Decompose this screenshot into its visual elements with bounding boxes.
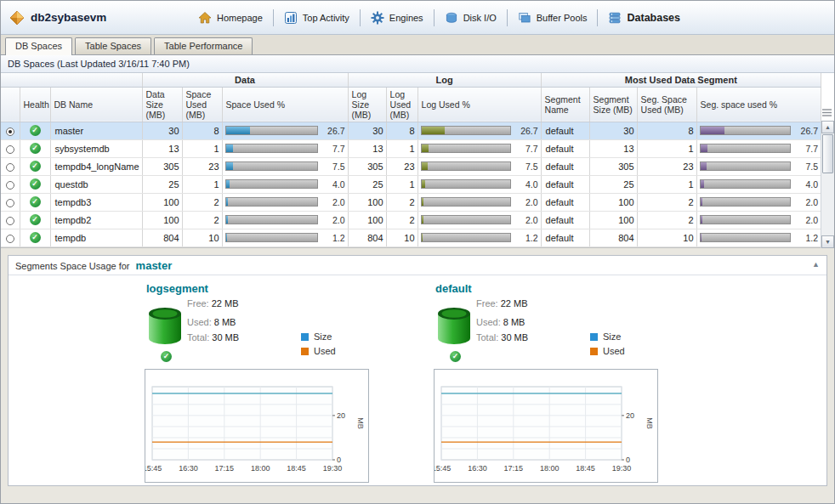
log-size-cell: 305: [348, 157, 386, 175]
table-row[interactable]: tempdb4_longName305237.5305237.5default3…: [1, 157, 821, 175]
table-row[interactable]: master30826.730826.7default30826.7: [1, 122, 821, 139]
row-select-radio[interactable]: [6, 145, 14, 154]
log-used-cell: 2: [386, 193, 418, 211]
nav-item-top-activity[interactable]: Top Activity: [274, 8, 360, 28]
space-used-cell: 1: [182, 139, 222, 157]
usage-bar-track: [421, 144, 511, 153]
row-select-radio[interactable]: [6, 127, 14, 136]
legend-item-size: Size: [590, 331, 625, 342]
usage-bar-track: [421, 215, 511, 224]
usage-bar-fill: [422, 144, 429, 152]
row-select-radio[interactable]: [6, 181, 14, 190]
segment-name-cell: default: [541, 139, 589, 157]
selected-db-name: master: [136, 259, 173, 272]
log-used-cell: 23: [386, 157, 418, 175]
svg-text:20: 20: [626, 411, 634, 420]
top-nav: HomepageTop ActivityEnginesDisk I/OBuffe…: [188, 8, 690, 28]
usage-bar-value: 2.0: [321, 215, 345, 225]
segment-size-cell: 305: [589, 157, 637, 175]
tab-table-performance[interactable]: Table Performance: [154, 37, 253, 54]
svg-text:19:30: 19:30: [323, 464, 343, 473]
space-used-pct-cell: 2.0: [222, 211, 348, 229]
total-space-line: Total:30 MB: [187, 332, 239, 343]
usage-bar-fill: [226, 144, 233, 152]
row-select-radio[interactable]: [6, 217, 14, 225]
nav-item-engines[interactable]: Engines: [361, 8, 434, 28]
scroll-down-button[interactable]: [821, 235, 834, 248]
usage-bar-value: 4.0: [514, 179, 538, 190]
scroll-up-button[interactable]: [821, 121, 834, 133]
segment-size-cell: 100: [589, 211, 637, 229]
usage-bar-fill: [422, 216, 423, 224]
data-size-cell: 305: [142, 157, 182, 175]
usage-bar-fill: [701, 216, 702, 224]
segments-panel: Segments Space Usage for master logsegme…: [8, 255, 827, 486]
seg-space-used-pct-cell: 26.7: [696, 122, 821, 139]
health-ok-icon: [30, 161, 41, 172]
space-used-pct-cell: 2.0: [222, 193, 348, 211]
collapse-panel-icon[interactable]: [812, 260, 820, 269]
svg-text:18:00: 18:00: [540, 464, 560, 473]
log-used-pct-cell: 7.7: [418, 139, 541, 157]
svg-text:15:45: 15:45: [145, 464, 162, 473]
usage-bar-value: 26.7: [514, 126, 538, 136]
table-row[interactable]: tempdb310022.010022.0default10022.0: [1, 193, 821, 211]
space-used-cell: 2: [182, 193, 222, 211]
usage-bar-value: 1.2: [321, 233, 345, 243]
col-header-space-used-pct: Space Used %: [222, 87, 348, 122]
nav-item-buffer-pools[interactable]: Buffer Pools: [508, 8, 598, 28]
usage-bar-value: 4.0: [321, 179, 345, 190]
log-used-cell: 10: [386, 229, 418, 246]
group-header-segment: Most Used Data Segment: [541, 73, 821, 87]
space-used-cell: 10: [182, 229, 222, 246]
row-select-radio[interactable]: [6, 235, 14, 243]
table-options-icon[interactable]: [821, 107, 832, 118]
usage-bar-track: [700, 144, 791, 153]
col-header-data-size: Data Size (MB): [142, 87, 182, 122]
segments-panel-body: logsegment Free:22 MB Used:8 MB Total:30…: [9, 275, 826, 483]
table-row[interactable]: sybsystemdb1317.71317.7default1317.7: [1, 139, 821, 157]
usage-bar-fill: [701, 127, 724, 134]
nav-item-databases[interactable]: Databases: [598, 8, 690, 28]
space-used-cell: 8: [182, 122, 222, 139]
db-name-cell: tempdb3: [50, 193, 142, 211]
row-select-radio[interactable]: [6, 199, 14, 207]
log-size-cell: 804: [348, 229, 386, 246]
row-select-radio[interactable]: [6, 163, 14, 172]
nav-item-disk-i-o[interactable]: Disk I/O: [435, 8, 507, 28]
log-size-cell: 100: [348, 211, 386, 229]
svg-text:0: 0: [626, 456, 630, 464]
svg-text:15:45: 15:45: [435, 464, 451, 473]
col-header-segment-size: Segment Size (MB): [589, 87, 637, 122]
col-header-log-used-pct: Log Used %: [418, 87, 541, 122]
segment-name-cell: default: [541, 193, 589, 211]
tab-db-spaces[interactable]: DB Spaces: [5, 37, 72, 55]
seg-space-used-cell: 10: [637, 229, 696, 246]
table-row[interactable]: tempdb210022.010022.0default10022.0: [1, 211, 821, 229]
section-title-text: DB Spaces (Last Updated 3/16/11 7:40 PM): [8, 59, 190, 69]
col-header-radio: [1, 87, 20, 122]
svg-text:20: 20: [337, 411, 345, 420]
usage-bar-fill: [422, 198, 423, 206]
scroll-thumb[interactable]: [822, 134, 833, 173]
table-row[interactable]: tempdb804101.2804101.2default804101.2: [1, 229, 821, 246]
space-gauge-cylinder-icon: [146, 303, 184, 346]
segment-size-cell: 100: [589, 193, 637, 211]
usage-bar-track: [225, 197, 318, 207]
space-used-cell: 2: [182, 211, 222, 229]
table-row[interactable]: questdb2514.02514.0default2514.0: [1, 175, 821, 193]
db-name-cell: questdb: [50, 175, 142, 193]
nav-item-homepage[interactable]: Homepage: [188, 8, 273, 28]
seg-space-used-pct-cell: 2.0: [696, 193, 821, 211]
usage-bar-fill: [422, 127, 446, 134]
legend-size-swatch: [590, 333, 598, 341]
tab-bar: DB SpacesTable SpacesTable Performance: [1, 35, 834, 55]
col-header-seg-space-used: Seg. Space Used (MB): [637, 87, 696, 122]
db-name-cell: tempdb: [50, 229, 142, 246]
tab-table-spaces[interactable]: Table Spaces: [75, 37, 151, 54]
chart-legend: Size Used: [590, 331, 625, 360]
usage-bar-fill: [701, 198, 702, 206]
health-ok-icon: [30, 143, 41, 154]
vertical-scrollbar[interactable]: [821, 121, 834, 248]
seg-space-used-pct-cell: 7.7: [696, 139, 821, 157]
